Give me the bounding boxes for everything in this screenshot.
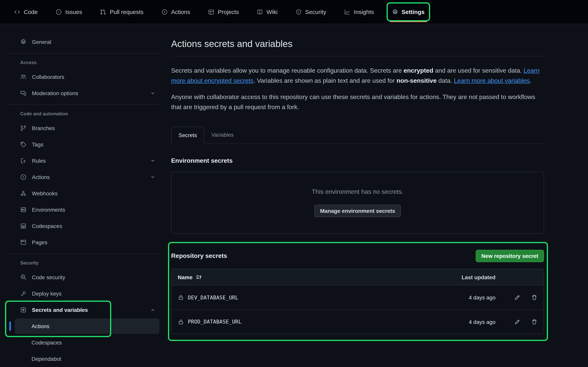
environment-empty-text: This environment has no secrets. [312,188,403,195]
sidebar-subitem-actions[interactable]: Actions [15,318,159,334]
sidebar-item-general[interactable]: General [6,34,159,50]
sidebar-item-rules[interactable]: Rules [6,153,159,168]
comment-discussion-icon [20,90,26,96]
sidebar-item-actions[interactable]: Actions [6,169,159,185]
nav-tab-label: Pull requests [110,8,143,15]
secret-last-updated: 4 days ago [449,294,495,300]
nav-tab-label: Code [24,8,38,15]
sidebar-item-deploy-keys[interactable]: Deploy keys [6,286,159,301]
manage-environment-secrets-button[interactable]: Manage environment secrets [314,205,401,217]
sidebar-item-label: General [32,39,156,45]
sort-ascending-icon [196,274,202,280]
table-icon [208,9,214,15]
settings-content: Actions secrets and variables Secrets an… [171,24,544,334]
nav-tab-insights[interactable]: Insights [343,6,375,17]
sidebar-item-pages[interactable]: Pages [6,234,159,250]
name-column-sort[interactable]: Name [178,274,202,280]
sidebar-subitem-label: Dependabot [32,356,61,362]
nav-tab-projects[interactable]: Projects [207,6,240,17]
trash-icon [531,319,537,325]
graph-icon [344,9,350,15]
desc-bold-non-sensitive: non-sensitive [397,77,437,84]
nav-tab-actions[interactable]: Actions [161,6,191,17]
table-row: PROD_DATABASE_URL 4 days ago [172,309,544,334]
table-header-row: Name Last updated [172,269,544,285]
sidebar-subitem-dependabot[interactable]: Dependabot [15,351,159,367]
sidebar-item-moderation-options[interactable]: Moderation options [6,85,159,101]
sidebar-item-label: Webhooks [32,190,156,197]
page-title: Actions secrets and variables [171,38,544,50]
name-column-header: Name [178,274,192,280]
sidebar-item-label: Actions [32,174,145,180]
nav-tab-security[interactable]: Security [294,6,327,17]
sidebar-subitem-label: Actions [32,323,49,329]
nav-tab-wiki[interactable]: Wiki [256,6,278,17]
sidebar-item-environments[interactable]: Environments [6,202,159,217]
secret-name: PROD_DATABASE_URL [188,319,242,325]
delete-secret-button[interactable] [531,294,537,300]
title-divider [171,56,544,56]
lock-icon [178,294,184,300]
nav-tab-label: Settings [402,8,424,15]
environment-secrets-heading: Environment secrets [171,156,544,166]
sidebar-section-security: Security [6,258,159,269]
sidebar-divider [6,104,159,105]
repository-secrets-header: Repository secrets New repository secret [171,249,544,263]
table-row: DEV_DATABASE_URL 4 days ago [172,285,544,309]
pencil-icon [514,294,520,300]
sidebar-subitem-label: Codespaces [32,339,62,346]
sidebar-item-label: Code security [32,274,156,280]
edit-secret-button[interactable] [514,294,520,300]
sidebar-item-label: Collaborators [32,74,156,80]
sidebar-item-code-security[interactable]: Code security [6,269,159,285]
gear-icon [20,39,26,45]
people-icon [20,74,26,80]
chevron-down-icon [150,158,156,164]
selected-item-accent-bar [9,322,11,331]
desc-text: . Variables are shown as plain text and … [253,77,397,84]
sidebar-section-code-and-automation: Code and automation [6,109,159,120]
nav-tab-pull-requests[interactable]: Pull requests [99,6,144,17]
secrets-variables-tabbar: Secrets Variables [171,126,544,144]
rules-icon [20,158,26,164]
edit-secret-button[interactable] [514,319,520,325]
link-variables[interactable]: Learn more about variables [454,77,530,84]
desc-text: Secrets and variables allow you to manag… [171,67,404,74]
sidebar-item-label: Deploy keys [32,291,156,297]
sidebar-item-webhooks[interactable]: Webhooks [6,186,159,201]
sidebar-item-label: Secrets and variables [32,307,145,313]
sidebar-divider [6,53,159,54]
sidebar-section-access: Access [6,58,159,69]
tab-secrets[interactable]: Secrets [171,127,204,144]
desc-text: and are used for sensitive data. [433,67,523,74]
nav-tab-code[interactable]: Code [13,6,38,17]
sidebar-item-branches[interactable]: Branches [6,120,159,136]
delete-secret-button[interactable] [531,319,537,325]
new-repository-secret-button[interactable]: New repository secret [476,250,544,262]
nav-tab-settings[interactable]: Settings [391,6,425,17]
book-icon [257,9,263,15]
repository-secrets-section: Repository secrets New repository secret… [171,249,544,334]
play-icon [161,9,168,15]
secret-name: DEV_DATABASE_URL [188,295,238,300]
nav-tab-issues[interactable]: Issues [55,6,83,17]
nav-tab-label: Actions [171,8,190,15]
nav-tab-label: Projects [218,8,239,15]
tag-icon [20,141,26,148]
sidebar-item-secrets-and-variables[interactable]: Secrets and variables [6,302,159,318]
sidebar-item-codespaces[interactable]: Codespaces [6,218,159,234]
git-branch-icon [20,125,26,131]
settings-sidebar: General Access Collaborators Moderation … [0,24,163,367]
chevron-up-icon [150,307,156,313]
repository-secrets-heading: Repository secrets [171,251,227,261]
chevron-down-icon [150,91,156,96]
tab-variables[interactable]: Variables [204,126,241,143]
sidebar-subitem-codespaces[interactable]: Codespaces [15,335,159,350]
play-icon [20,174,26,180]
last-updated-column-header: Last updated [449,274,495,280]
desc-bold-encrypted: encrypted [404,67,433,74]
sidebar-item-tags[interactable]: Tags [6,137,159,152]
sidebar-item-collaborators[interactable]: Collaborators [6,69,159,85]
sidebar-item-label: Rules [32,158,145,164]
active-tab-underline [389,21,427,22]
